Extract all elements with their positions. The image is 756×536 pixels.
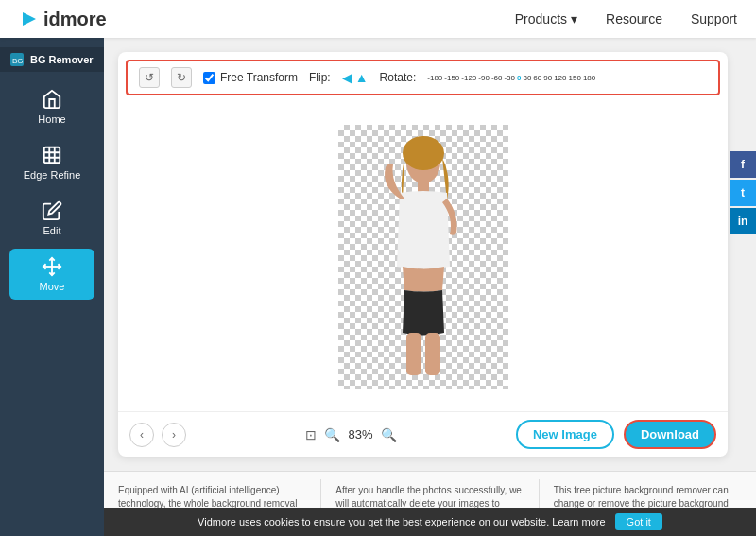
sidebar-item-move[interactable]: Move <box>9 249 94 300</box>
sidebar-item-edge-label: Edge Refine <box>24 169 81 181</box>
cookie-accept-button[interactable]: Got it <box>615 513 662 530</box>
sidebar-brand: BG BG Remover <box>0 47 104 72</box>
svg-point-7 <box>403 136 444 170</box>
undo-button[interactable]: ↺ <box>139 67 160 88</box>
flip-vertical-button[interactable]: ▲ <box>355 70 369 85</box>
edit-icon <box>42 200 62 221</box>
nav-arrows: ‹ › <box>129 423 186 447</box>
sidebar-brand-label: BG Remover <box>30 54 94 65</box>
sidebar-item-edit-label: Edit <box>43 225 61 236</box>
cookie-banner: Vidmore uses cookies to ensure you get t… <box>104 508 756 536</box>
header: idmore Products ▾ Resource Support <box>0 0 756 38</box>
social-sidebar: f t in <box>730 151 756 234</box>
zoom-fit-button[interactable]: ⊡ <box>305 427 317 442</box>
sidebar-item-edge-refine[interactable]: Edge Refine <box>9 137 94 188</box>
canvas-area <box>118 103 728 411</box>
nav-support[interactable]: Support <box>691 11 737 26</box>
flip-buttons: ◀ ▲ <box>342 70 369 85</box>
toolbar: ↺ ↻ Free Transform Flip: ◀ ▲ Rotate: -18… <box>126 60 720 95</box>
nav-items: Products ▾ Resource Support <box>515 11 737 26</box>
home-icon <box>42 89 62 110</box>
logo-icon <box>19 9 40 29</box>
svg-text:BG: BG <box>12 57 24 65</box>
zoom-in-button[interactable]: 🔍 <box>381 427 397 442</box>
flip-label: Flip: <box>309 71 331 84</box>
sidebar: BG BG Remover Home Edge Refine Edit <box>0 38 104 536</box>
svg-rect-8 <box>418 180 429 193</box>
svg-rect-9 <box>406 333 421 375</box>
nav-resource[interactable]: Resource <box>606 11 662 26</box>
zoom-controls: ⊡ 🔍 83% 🔍 <box>305 427 396 442</box>
logo-text: idmore <box>43 9 107 30</box>
facebook-button[interactable]: f <box>730 151 756 178</box>
free-transform-checkbox[interactable] <box>203 72 215 84</box>
svg-rect-10 <box>425 333 440 375</box>
editor-panel: ↺ ↻ Free Transform Flip: ◀ ▲ Rotate: -18… <box>118 52 728 457</box>
chevron-down-icon: ▾ <box>571 11 577 26</box>
rotate-scale: -180 -150 -120 -90 -60 -30 0 30 60 90 12… <box>427 74 595 82</box>
bg-remover-icon: BG <box>9 52 25 67</box>
flip-horizontal-button[interactable]: ◀ <box>342 70 352 85</box>
content-area: ↺ ↻ Free Transform Flip: ◀ ▲ Rotate: -18… <box>104 38 756 536</box>
edge-refine-icon <box>42 145 62 165</box>
nav-products[interactable]: Products ▾ <box>515 11 577 26</box>
sidebar-item-home[interactable]: Home <box>9 81 94 132</box>
zoom-out-button[interactable]: 🔍 <box>324 427 340 442</box>
svg-rect-3 <box>44 147 60 164</box>
action-buttons: New Image Download <box>516 420 716 449</box>
subject-image <box>348 134 499 380</box>
sidebar-item-home-label: Home <box>38 113 65 125</box>
linkedin-button[interactable]: in <box>730 208 756 234</box>
bottom-controls: ‹ › ⊡ 🔍 83% 🔍 New Image Download <box>118 411 728 457</box>
cookie-text: Vidmore uses cookies to ensure you get t… <box>198 516 606 527</box>
image-container <box>338 125 508 389</box>
rotate-label: Rotate: <box>380 71 417 84</box>
move-icon <box>42 256 62 277</box>
svg-marker-0 <box>23 12 36 26</box>
next-button[interactable]: › <box>162 423 186 447</box>
twitter-button[interactable]: t <box>730 180 756 206</box>
free-transform-label: Free Transform <box>220 71 298 84</box>
free-transform-group: Free Transform <box>203 71 298 84</box>
new-image-button[interactable]: New Image <box>516 420 614 449</box>
sidebar-item-move-label: Move <box>40 281 65 292</box>
prev-button[interactable]: ‹ <box>129 423 154 447</box>
main-area: BG BG Remover Home Edge Refine Edit <box>0 38 756 536</box>
download-button[interactable]: Download <box>624 420 716 449</box>
zoom-value: 83% <box>348 427 372 441</box>
logo[interactable]: idmore <box>19 9 107 30</box>
sidebar-item-edit[interactable]: Edit <box>9 193 94 244</box>
redo-button[interactable]: ↻ <box>171 67 192 88</box>
